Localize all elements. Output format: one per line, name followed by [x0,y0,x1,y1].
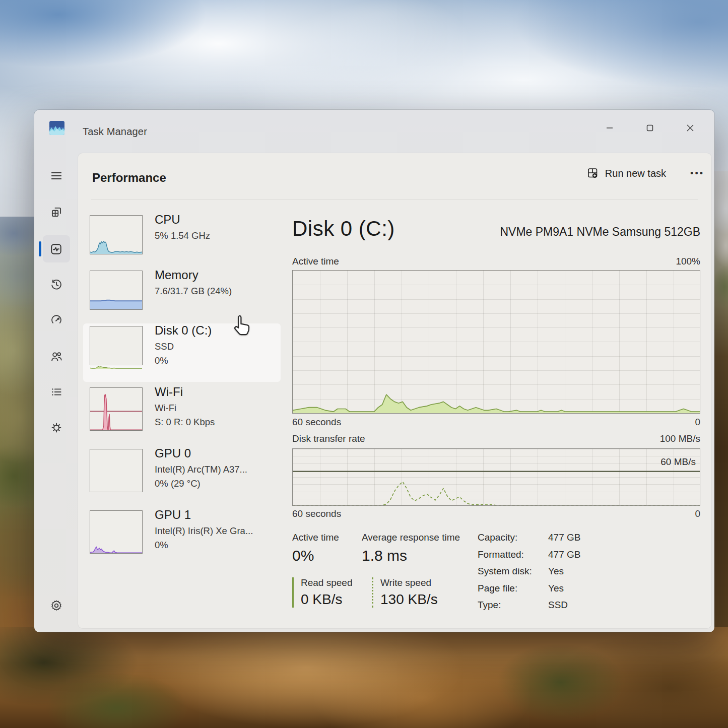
settings-gear-icon [50,599,63,612]
disk-details-table: Capacity:477 GB Formatted:477 GB System … [478,532,580,617]
active-time-chart-label: Active time [292,256,339,267]
perf-item-detail: Wi-Fi [155,401,215,415]
active-time-xright-label: 0 [695,417,700,428]
performance-panel: Performance Run new task ••• CPU 5% 1.54… [78,153,711,628]
detail-row: Page file:Yes [478,583,580,600]
transfer-rate-chart-label: Disk transfer rate [292,433,365,444]
gpu1-mini-chart [90,510,143,554]
wifi-mini-chart [90,387,143,431]
wallpaper-rocks [0,627,728,728]
processes-icon [50,206,63,219]
speedometer-icon [50,313,63,326]
detail-row: System disk:Yes [478,566,580,583]
users-icon [50,350,63,363]
perf-item-detail: 0% (29 °C) [155,477,247,491]
run-new-task-label: Run new task [605,168,666,179]
transfer-rate-xleft-label: 60 seconds [292,508,341,519]
settings-button[interactable] [43,592,70,619]
sidebar-item-startup-apps[interactable] [43,306,70,334]
sidebar-item-performance[interactable] [43,235,70,262]
perf-item-cpu[interactable]: CPU 5% 1.54 GHz [83,213,281,266]
transfer-rate-ymax-label: 100 MB/s [660,433,700,444]
close-button[interactable] [670,115,710,141]
window-controls [589,115,710,141]
gpu0-mini-chart [90,449,143,492]
perf-item-disk0[interactable]: Disk 0 (C:) SSD 0% [83,323,281,382]
sidebar-item-users[interactable] [43,343,70,370]
detail-row: Type:SSD [478,600,580,617]
sidebar-item-processes[interactable] [43,198,70,226]
stat-active-time: Active time 0% [292,532,339,564]
hamburger-icon [50,169,63,182]
titlebar: Task Manager [34,110,714,153]
cpu-mini-chart [90,215,143,254]
perf-item-wifi[interactable]: Wi-Fi Wi-Fi S: 0 R: 0 Kbps [83,385,281,443]
sidebar [34,153,78,632]
stat-write-speed: Write speed 130 KB/s [372,577,438,608]
stat-avg-response: Average response time 1.8 ms [362,532,460,564]
active-time-xleft-label: 60 seconds [292,417,341,428]
run-new-task-button[interactable]: Run new task [587,167,666,179]
perf-item-title: GPU 0 [155,446,247,460]
perf-item-detail: 0% [155,538,253,552]
transfer-rate-xright-label: 0 [695,508,700,519]
wallpaper-right-cliff [713,171,728,635]
perf-item-title: Memory [155,268,232,282]
device-name: NVMe PM9A1 NVMe Samsung 512GB [500,225,700,241]
transfer-rate-chart: 60 MB/s [292,448,700,506]
detail-row: Capacity:477 GB [478,532,580,549]
perf-item-detail: 5% 1.54 GHz [155,229,210,243]
perf-item-detail: 0% [155,354,212,368]
minimize-icon [606,124,613,131]
disk-title: Disk 0 (C:) [292,217,395,241]
new-task-icon [587,167,599,179]
close-icon [687,124,694,131]
details-list-icon [50,385,63,399]
services-cog-icon [50,421,63,434]
maximize-icon [646,124,653,131]
history-clock-icon [50,278,63,291]
perf-item-detail: Intel(R) Iris(R) Xe Gra... [155,524,253,538]
perf-item-detail: SSD [155,340,212,354]
task-manager-app-icon [49,121,64,135]
perf-item-title: Wi-Fi [155,385,215,399]
minimize-button[interactable] [589,115,630,141]
sidebar-item-services[interactable] [43,414,70,441]
active-time-chart [292,270,700,414]
perf-item-detail: 7.6/31.7 GB (24%) [155,284,232,298]
perf-item-detail: Intel(R) Arc(TM) A37... [155,462,247,477]
performance-icon [49,242,63,256]
perf-item-gpu0[interactable]: GPU 0 Intel(R) Arc(TM) A37... 0% (29 °C) [83,446,281,505]
hamburger-menu-button[interactable] [43,162,70,189]
perf-item-gpu1[interactable]: GPU 1 Intel(R) Iris(R) Xe Gra... 0% [83,508,281,566]
sidebar-item-app-history[interactable] [43,271,70,298]
sidebar-item-details[interactable] [43,378,70,406]
stat-read-speed: Read speed 0 KB/s [292,577,352,608]
selected-accent-pill [39,241,41,256]
disk-mini-chart [90,326,143,365]
memory-mini-chart [90,271,143,310]
more-options-button[interactable]: ••• [690,168,704,179]
window-title: Task Manager [83,126,147,138]
page-title: Performance [92,171,166,185]
perf-item-title: GPU 1 [155,508,253,522]
transfer-rate-marker-label: 60 MB/s [660,456,696,468]
perf-item-title: CPU [155,213,210,227]
perf-item-detail: S: 0 R: 0 Kbps [155,415,215,429]
active-time-ymax-label: 100% [676,256,700,267]
perf-item-title: Disk 0 (C:) [155,323,212,338]
perf-item-memory[interactable]: Memory 7.6/31.7 GB (24%) [83,268,281,321]
detail-row: Formatted:477 GB [478,549,580,566]
maximize-button[interactable] [630,115,670,141]
disk-detail-pane: Disk 0 (C:) NVMe PM9A1 NVMe Samsung 512G… [292,200,700,628]
task-manager-window: Task Manager [34,110,714,632]
card-header: Performance Run new task ••• [78,153,711,200]
